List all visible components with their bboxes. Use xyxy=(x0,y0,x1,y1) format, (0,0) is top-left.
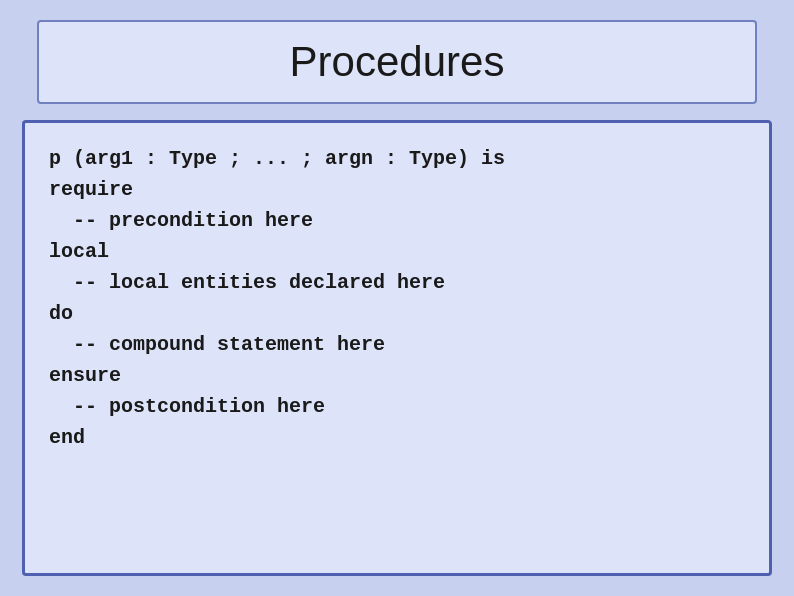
code-content: p (arg1 : Type ; ... ; argn : Type) is r… xyxy=(49,143,745,453)
page-title: Procedures xyxy=(290,38,505,85)
code-box: p (arg1 : Type ; ... ; argn : Type) is r… xyxy=(22,120,772,576)
title-box: Procedures xyxy=(37,20,757,104)
